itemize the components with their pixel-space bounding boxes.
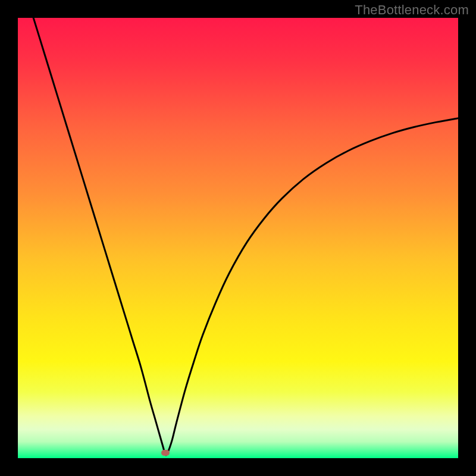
plot-area [18,18,458,458]
chart-frame: TheBottleneck.com [0,0,476,476]
bottleneck-curve [18,18,458,458]
optimum-marker [161,450,170,456]
watermark-text: TheBottleneck.com [355,2,469,18]
